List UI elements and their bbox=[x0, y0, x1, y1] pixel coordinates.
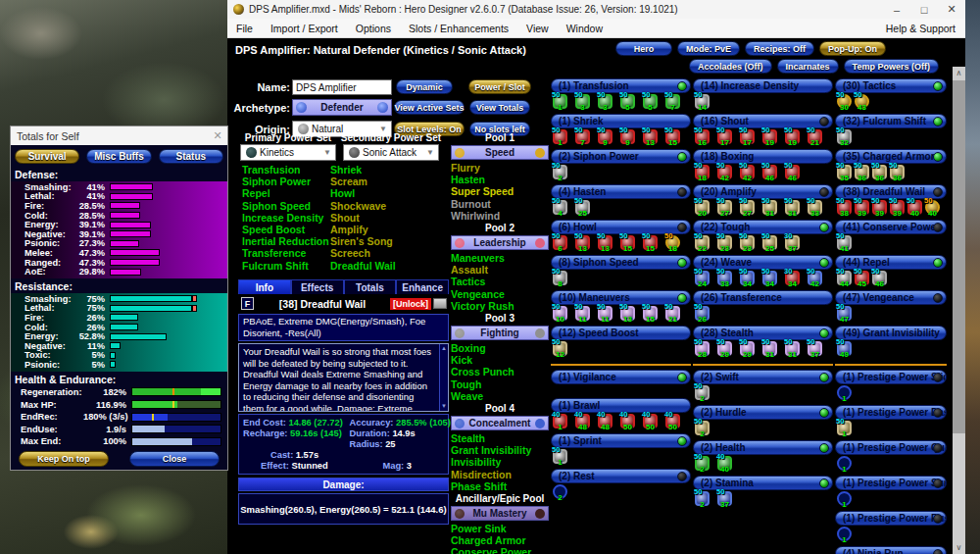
enhancement-slot[interactable]: 5043 bbox=[855, 94, 869, 109]
power-bar[interactable]: (2) Swift bbox=[693, 370, 833, 384]
power-item-grant-invisibility[interactable]: Grant Invisibility bbox=[451, 444, 549, 456]
enhancement-slot[interactable]: 5028 bbox=[695, 341, 710, 356]
enhancement-slot[interactable]: 5015 bbox=[643, 306, 658, 321]
secondary-set-select[interactable]: Sonic Attack ▼ bbox=[343, 144, 439, 161]
enhancement-slot[interactable]: 5011 bbox=[575, 306, 590, 321]
menu-view[interactable]: View bbox=[517, 23, 558, 34]
power-bar[interactable]: (1) Vigilance bbox=[551, 370, 691, 384]
power-item-charged-armor[interactable]: Charged Armor bbox=[451, 534, 549, 546]
enhancement-slot[interactable]: 5034 bbox=[762, 271, 777, 285]
enhancement-slot[interactable]: 5045 bbox=[855, 271, 869, 285]
power-bar[interactable]: (1) Prestige Power Rush bbox=[835, 511, 947, 526]
enhancement-slot[interactable]: 4048 bbox=[575, 414, 590, 428]
power-bar[interactable]: (41) Conserve Power bbox=[835, 220, 947, 234]
enhancement-slot[interactable]: 5047 bbox=[837, 306, 852, 321]
power-bar[interactable]: (2) Siphon Power bbox=[551, 149, 691, 164]
enhancement-slot[interactable]: 501 bbox=[837, 421, 852, 435]
power-bar[interactable]: (2) Hurdle bbox=[693, 405, 833, 420]
enhancement-slot[interactable]: 5035 bbox=[837, 165, 852, 179]
power-bar[interactable]: (4) Hasten bbox=[551, 184, 691, 199]
power-bar[interactable]: (49) Grant Invisibility bbox=[835, 326, 947, 340]
enhancement-slot[interactable]: 5010 bbox=[553, 306, 567, 321]
enhancement-slot[interactable]: 5023 bbox=[717, 235, 732, 250]
enhancement-slot[interactable]: 503 bbox=[575, 94, 590, 109]
power-bar[interactable]: (44) Repel bbox=[835, 255, 947, 270]
power-item-transfusion[interactable]: Transfusion bbox=[242, 164, 329, 176]
favorite-button[interactable]: F bbox=[241, 297, 254, 310]
enhancement-slot[interactable]: 1 bbox=[837, 491, 852, 506]
primary-set-select[interactable]: Kinetics ▼ bbox=[240, 144, 336, 161]
menu-options[interactable]: Options bbox=[347, 23, 400, 34]
power-item-transference[interactable]: Transference bbox=[242, 247, 329, 259]
power-item-speed-boost[interactable]: Speed Boost bbox=[242, 224, 329, 235]
power-item-shriek[interactable]: Shriek bbox=[330, 164, 396, 176]
dynamic-button[interactable]: Dynamic bbox=[396, 79, 453, 94]
enhancement-slot[interactable]: 5036 bbox=[855, 165, 869, 179]
hero-button[interactable]: Hero bbox=[615, 41, 672, 56]
power-item-vengeance[interactable]: Vengeance bbox=[451, 288, 549, 300]
enhancement-slot[interactable]: 506 bbox=[553, 235, 567, 250]
enhancement-slot[interactable]: 5015 bbox=[643, 235, 658, 250]
power-item-dreadful-wail[interactable]: Dreadful Wail bbox=[330, 260, 396, 272]
power-item-maneuvers[interactable]: Maneuvers bbox=[451, 252, 549, 264]
power-item-flurry[interactable]: Flurry bbox=[451, 162, 549, 174]
power-item-stealth[interactable]: Stealth bbox=[451, 432, 549, 444]
close-button[interactable]: ✕ bbox=[938, 0, 965, 19]
power-item-siphon-speed[interactable]: Siphon Speed bbox=[242, 200, 329, 212]
enhancement-slot[interactable]: 1 bbox=[837, 527, 852, 541]
accolades-off-button[interactable]: Accolades (Off) bbox=[689, 59, 772, 74]
enhancement-slot[interactable]: 5014 bbox=[695, 94, 710, 109]
totals-close-icon[interactable]: ✕ bbox=[208, 129, 227, 142]
archetype-select[interactable]: Defender bbox=[292, 99, 392, 116]
enhancement-slot[interactable]: 4048 bbox=[598, 414, 612, 428]
name-input[interactable] bbox=[292, 79, 392, 95]
view-active-sets-button[interactable]: View Active Sets bbox=[394, 100, 465, 115]
totals-close-button[interactable]: Close bbox=[129, 451, 220, 467]
enhancement-slot[interactable]: 5016 bbox=[695, 129, 710, 144]
enhancement-slot[interactable]: 401 bbox=[553, 414, 567, 428]
pool-select-fighting[interactable]: Fighting bbox=[451, 326, 549, 340]
enhancement-slot[interactable]: 5042 bbox=[717, 165, 732, 179]
power-item-shockwave[interactable]: Shockwave bbox=[330, 200, 396, 212]
enhancement-slot[interactable]: 5013 bbox=[575, 235, 590, 250]
enhancement-slot[interactable]: 5025 bbox=[762, 235, 777, 250]
pool-select-concealment[interactable]: Concealment bbox=[451, 416, 549, 430]
power-bar[interactable]: (2) Rest bbox=[551, 469, 691, 483]
enhancement-slot[interactable]: 5027 bbox=[717, 200, 732, 215]
enhancement-slot[interactable]: 4050 bbox=[643, 414, 658, 428]
pop-up-on-button[interactable]: Pop-Up: On bbox=[819, 41, 886, 56]
recipes-off-button[interactable]: Recipes: Off bbox=[745, 41, 814, 56]
enhancement-slot[interactable]: 5024 bbox=[695, 271, 710, 285]
enhancement-slot[interactable]: 502 bbox=[695, 421, 710, 435]
power-item-assault[interactable]: Assault bbox=[451, 264, 549, 276]
enhancement-slot[interactable]: 4050 bbox=[620, 414, 635, 428]
totals-tab-survival[interactable]: Survival bbox=[15, 149, 79, 164]
tab-enhance[interactable]: Enhance bbox=[396, 279, 449, 294]
enhancement-slot[interactable]: 5036 bbox=[872, 165, 887, 179]
power-bar[interactable]: (1) Prestige Power Dash bbox=[835, 405, 947, 420]
power-bar[interactable]: (1) Prestige Power Surge bbox=[835, 476, 947, 490]
enhancement-slot[interactable]: 502 bbox=[553, 165, 567, 179]
tab-effects[interactable]: Effects bbox=[291, 279, 344, 294]
scrollbar-down-icon[interactable]: ∨ bbox=[953, 541, 965, 554]
enhancement-slot[interactable]: 501 bbox=[553, 129, 567, 144]
enhancement-slot[interactable]: 5011 bbox=[598, 306, 612, 321]
enhancement-slot[interactable]: 5044 bbox=[837, 271, 852, 285]
enhancement-slot[interactable]: 5038 bbox=[837, 200, 852, 215]
enhancement-slot[interactable]: 1 bbox=[837, 385, 852, 400]
power-item-weave[interactable]: Weave bbox=[451, 390, 549, 402]
enhancement-slot[interactable]: 5029 bbox=[740, 341, 755, 356]
totals-tab-status[interactable]: Status bbox=[159, 149, 223, 164]
power-item-kick[interactable]: Kick bbox=[451, 354, 549, 366]
enhancement-slot[interactable]: 5013 bbox=[620, 306, 635, 321]
tab-totals[interactable]: Totals bbox=[344, 279, 397, 294]
enhancement-slot[interactable]: 507 bbox=[665, 94, 680, 109]
enhancement-slot[interactable]: 5017 bbox=[740, 129, 755, 144]
pool-select-mu-mastery[interactable]: Mu Mastery bbox=[451, 506, 549, 521]
power-bar[interactable]: (1) Prestige Power Slide bbox=[835, 370, 947, 384]
temp-powers-off-button[interactable]: Temp Powers (Off) bbox=[844, 59, 939, 74]
enhancement-slot[interactable]: 509 bbox=[620, 129, 635, 144]
enhancement-slot[interactable]: 5013 bbox=[643, 129, 658, 144]
power-item-fulcrum-shift[interactable]: Fulcrum Shift bbox=[242, 260, 329, 272]
power-item-invisibility[interactable]: Invisibility bbox=[451, 456, 549, 468]
